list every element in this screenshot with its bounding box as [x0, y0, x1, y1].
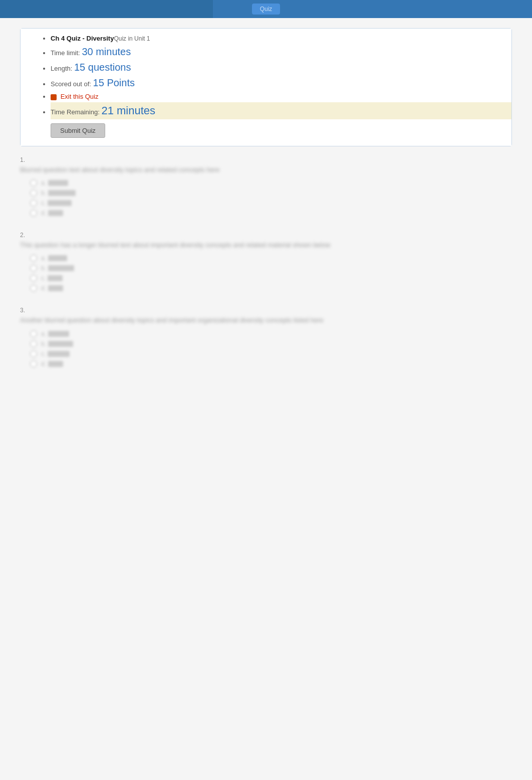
scored-label: Scored out of: — [51, 80, 91, 88]
option-text-1a — [48, 180, 68, 186]
question-number-3: 3. — [20, 307, 512, 314]
answer-option-2a[interactable]: a. — [30, 255, 512, 262]
answer-option-3c[interactable]: c. — [30, 350, 512, 357]
answer-option-3b[interactable]: b. — [30, 340, 512, 347]
option-text-3d — [48, 361, 63, 367]
radio-3c[interactable] — [30, 350, 37, 357]
option-text-2a — [48, 255, 67, 261]
option-text-1d — [48, 210, 63, 216]
question-block-1: 1. Blurred question text about diversity… — [20, 156, 512, 217]
option-text-2b — [48, 265, 74, 271]
quiz-subtitle: Quiz in Unit 1 — [114, 35, 150, 42]
nav-right-area — [213, 0, 532, 18]
answer-option-3a[interactable]: a. — [30, 330, 512, 337]
question-block-3: 3. Another blurred question about divers… — [20, 307, 512, 367]
length-label: Length: — [51, 65, 72, 72]
quiz-title-item: Ch 4 Quiz - DiversityQuiz in Unit 1 — [51, 33, 511, 44]
radio-3d[interactable] — [30, 360, 37, 367]
answer-option-1d[interactable]: d. — [30, 210, 512, 217]
scored-value: 15 Points — [93, 77, 135, 88]
radio-2b[interactable] — [30, 265, 37, 272]
question-text-3: Another blurred question about diversity… — [20, 316, 512, 325]
quiz-info-list: Ch 4 Quiz - DiversityQuiz in Unit 1 Time… — [21, 29, 511, 146]
questions-area: 1. Blurred question text about diversity… — [20, 156, 512, 367]
time-limit-item: Time limit: 30 minutes — [51, 44, 511, 60]
answer-options-1: a. b. c. d. — [30, 179, 512, 217]
option-text-3c — [48, 351, 70, 357]
scored-item: Scored out of: 15 Points — [51, 75, 511, 91]
option-text-1b — [48, 190, 76, 196]
quiz-info-box: Ch 4 Quiz - DiversityQuiz in Unit 1 Time… — [20, 28, 512, 146]
question-number-1: 1. — [20, 156, 512, 163]
answer-options-3: a. b. c. d. — [30, 330, 512, 367]
question-text-1: Blurred question text about diversity to… — [20, 165, 512, 174]
question-number-2: 2. — [20, 232, 512, 239]
option-text-2c — [48, 275, 63, 281]
question-block-2: 2. This question has a longer blurred te… — [20, 232, 512, 292]
submit-item: Submit Quiz — [51, 119, 511, 142]
radio-3b[interactable] — [30, 340, 37, 347]
answer-option-2b[interactable]: b. — [30, 265, 512, 272]
answer-option-1a[interactable]: a. — [30, 179, 512, 186]
answer-option-2c[interactable]: c. — [30, 275, 512, 282]
length-value: 15 questions — [74, 62, 131, 73]
quiz-title: Ch 4 Quiz - Diversity — [51, 35, 114, 42]
option-text-2d — [48, 285, 63, 291]
option-text-3b — [48, 341, 73, 347]
radio-2d[interactable] — [30, 285, 37, 292]
submit-quiz-button[interactable]: Submit Quiz — [51, 123, 105, 138]
top-nav-bar: Quiz — [0, 0, 532, 18]
answer-options-2: a. b. c. d. — [30, 255, 512, 292]
radio-3a[interactable] — [30, 330, 37, 337]
exit-quiz-item[interactable]: Exit this Quiz — [51, 91, 511, 102]
answer-option-2d[interactable]: d. — [30, 285, 512, 292]
option-text-3a — [48, 331, 69, 337]
answer-option-1b[interactable]: b. — [30, 189, 512, 197]
time-limit-value: 30 minutes — [82, 46, 131, 57]
time-remaining-label: Time Remaining: — [51, 108, 100, 116]
radio-1a[interactable] — [30, 179, 37, 186]
exit-icon — [51, 94, 57, 100]
time-remaining-item: Time Remaining: 21 minutes — [51, 102, 511, 119]
answer-option-1c[interactable]: c. — [30, 200, 512, 207]
length-item: Length: 15 questions — [51, 60, 511, 75]
option-text-1c — [48, 200, 72, 206]
exit-quiz-link[interactable]: Exit this Quiz — [61, 93, 99, 100]
time-remaining-value: 21 minutes — [101, 104, 155, 117]
radio-1d[interactable] — [30, 210, 37, 217]
time-limit-label: Time limit: — [51, 49, 80, 57]
page-wrapper: Quiz Ch 4 Quiz - DiversityQuiz in Unit 1… — [0, 0, 532, 367]
radio-1c[interactable] — [30, 200, 37, 207]
radio-1b[interactable] — [30, 189, 37, 197]
radio-2a[interactable] — [30, 255, 37, 262]
answer-option-3d[interactable]: d. — [30, 360, 512, 367]
radio-2c[interactable] — [30, 275, 37, 282]
question-text-2: This question has a longer blurred text … — [20, 241, 512, 250]
